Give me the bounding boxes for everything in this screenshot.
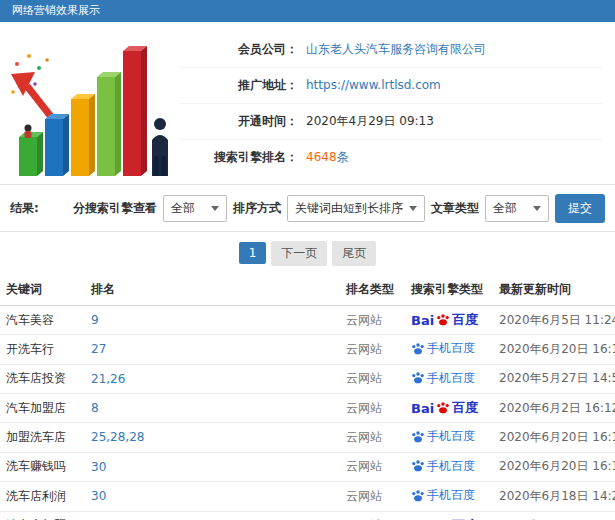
time-cell: 2020年6月2日 16:12 [493, 394, 615, 423]
chevron-down-icon [409, 206, 417, 211]
keyword-cell: 洗车赚钱吗 [0, 452, 85, 482]
rank-cell: 30 [85, 482, 340, 512]
last-page-button[interactable]: 尾页 [332, 241, 376, 266]
col-update-time: 最新更新时间 [493, 274, 615, 306]
member-company-link[interactable]: 山东老人头汽车服务咨询有限公司 [306, 41, 486, 58]
bar-chart-illustration [0, 22, 180, 184]
page: 网络营销效果展示 [0, 0, 615, 520]
filter-controls: 分搜索引擎查看 全部 排序方式 关键词由短到长排序 文章类型 全部 提交 [73, 194, 605, 223]
rank-cell: 21,26 [85, 364, 340, 394]
rank-cell: 30 [85, 452, 340, 482]
engine-select-value: 全部 [171, 200, 195, 217]
info-row-url: 推广地址： https://www.lrtlsd.com [180, 68, 603, 104]
rank-link[interactable]: 21,26 [91, 372, 125, 386]
time-cell: 2020年5月27日 14:58 [493, 364, 615, 394]
bar-chart-graphic [5, 28, 175, 178]
article-type-label: 文章类型 [431, 200, 479, 217]
mobile-baidu-logo: 手机百度 [411, 458, 475, 475]
table-row: 加盟洗车店25,28,28云网站手机百度2020年6月20日 16:11 [0, 423, 615, 453]
sort-filter-label: 排序方式 [233, 200, 281, 217]
promo-url-label: 推广地址： [180, 77, 298, 94]
keyword-cell: 洗车店利润 [0, 482, 85, 512]
rank-cell: 25,28,28 [85, 423, 340, 453]
sort-select[interactable]: 关键词由短到长排序 [287, 195, 425, 222]
baidu-logo: Bai百度 [411, 311, 478, 329]
page-current-button[interactable]: 1 [239, 242, 267, 264]
rank-link[interactable]: 30 [91, 489, 106, 503]
mobile-baidu-logo: 手机百度 [411, 487, 475, 504]
rank-type-cell: 云网站 [340, 394, 405, 423]
info-rows: 会员公司： 山东老人头汽车服务咨询有限公司 推广地址： https://www.… [180, 22, 615, 184]
col-engine-type: 搜索引擎类型 [405, 274, 493, 306]
rank-link[interactable]: 30 [91, 460, 106, 474]
engine-rank-number: 4648 [306, 150, 337, 164]
engine-filter-label: 分搜索引擎查看 [73, 200, 157, 217]
paw-icon [411, 342, 425, 356]
rank-cell: 8 [85, 394, 340, 423]
next-page-button[interactable]: 下一页 [271, 241, 327, 266]
app-header: 网络营销效果展示 [0, 0, 615, 22]
keyword-cell: 加盟洗车店 [0, 423, 85, 453]
table-row: 洗车店投资21,26云网站手机百度2020年5月27日 14:58 [0, 364, 615, 394]
engine-cell: Bai百度 [405, 306, 493, 335]
paw-icon [436, 401, 450, 415]
time-cell: 2020年6月18日 14:27 [493, 482, 615, 512]
paw-icon [436, 313, 450, 327]
engine-cell: 手机百度 [405, 335, 493, 365]
paw-icon [411, 430, 425, 444]
engine-cell: 手机百度 [405, 482, 493, 512]
open-time-value: 2020年4月29日 09:13 [306, 113, 434, 130]
time-cell: 2020年6月20日 16:16 [493, 335, 615, 365]
table-row: 洗车店利润30云网站手机百度2020年6月18日 14:27 [0, 482, 615, 512]
rank-link[interactable]: 25,28,28 [91, 430, 144, 444]
table-body: 汽车美容9云网站Bai百度2020年6月5日 11:24开洗车行27云网站手机百… [0, 306, 615, 520]
time-cell: 2020年6月18日 14:30 [493, 511, 615, 520]
time-cell: 2020年6月5日 11:24 [493, 306, 615, 335]
paw-icon [411, 459, 425, 473]
pagination: 1 下一页 尾页 [0, 232, 615, 274]
rank-link[interactable]: 8 [91, 401, 99, 415]
promo-url-link[interactable]: https://www.lrtlsd.com [306, 78, 441, 92]
col-rank: 排名 [85, 274, 340, 306]
mobile-baidu-logo: 手机百度 [411, 370, 475, 387]
info-panel: 会员公司： 山东老人头汽车服务咨询有限公司 推广地址： https://www.… [0, 22, 615, 185]
table-row: 洗车赚钱吗30云网站手机百度2020年6月20日 16:12 [0, 452, 615, 482]
rank-cell: 9 [85, 306, 340, 335]
engine-rank-label: 搜索引擎排名： [180, 149, 298, 166]
col-keyword: 关键词 [0, 274, 85, 306]
engine-cell: Bai百度 [405, 394, 493, 423]
paw-icon [411, 489, 425, 503]
sort-select-value: 关键词由短到长排序 [295, 200, 403, 217]
rank-type-cell: 云网站 [340, 364, 405, 394]
table-row: 汽车美容9云网站Bai百度2020年6月5日 11:24 [0, 306, 615, 335]
engine-select[interactable]: 全部 [163, 195, 227, 222]
submit-button[interactable]: 提交 [555, 194, 605, 223]
results-table: 关键词 排名 排名类型 搜索引擎类型 最新更新时间 汽车美容9云网站Bai百度2… [0, 274, 615, 520]
info-row-open-time: 开通时间： 2020年4月29日 09:13 [180, 104, 603, 140]
engine-rank-value[interactable]: 4648条 [306, 149, 349, 166]
col-rank-type: 排名类型 [340, 274, 405, 306]
time-cell: 2020年6月20日 16:12 [493, 452, 615, 482]
chevron-down-icon [533, 206, 541, 211]
engine-cell: 手机百度 [405, 423, 493, 453]
rank-type-cell: 云网站 [340, 335, 405, 365]
rank-type-cell: 云网站 [340, 482, 405, 512]
baidu-logo: Bai百度 [411, 517, 478, 520]
table-row: 开洗车行27云网站手机百度2020年6月20日 16:16 [0, 335, 615, 365]
filter-bar: 结果: 分搜索引擎查看 全部 排序方式 关键词由短到长排序 文章类型 全部 提交 [0, 185, 615, 232]
article-type-select[interactable]: 全部 [485, 195, 549, 222]
chevron-down-icon [211, 206, 219, 211]
info-row-member: 会员公司： 山东老人头汽车服务咨询有限公司 [180, 32, 603, 68]
open-time-label: 开通时间： [180, 113, 298, 130]
rank-type-cell: 云网站 [340, 511, 405, 520]
engine-cell: Bai百度 [405, 511, 493, 520]
rank-cell: 3 [85, 511, 340, 520]
mobile-baidu-logo: 手机百度 [411, 340, 475, 357]
result-label: 结果: [10, 200, 39, 217]
member-company-label: 会员公司： [180, 41, 298, 58]
baidu-logo: Bai百度 [411, 399, 478, 417]
keyword-cell: 汽车加盟店 [0, 394, 85, 423]
rank-link[interactable]: 27 [91, 342, 106, 356]
rank-link[interactable]: 9 [91, 313, 99, 327]
paw-icon [411, 371, 425, 385]
